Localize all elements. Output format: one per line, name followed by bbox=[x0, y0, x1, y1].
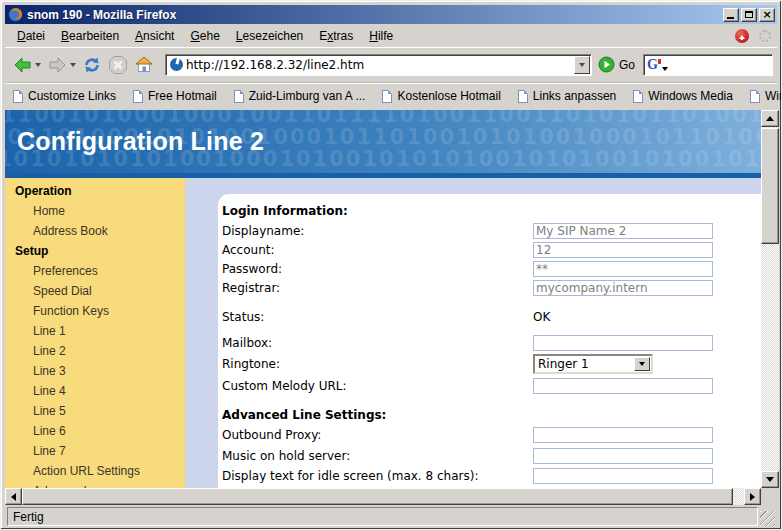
field-label: Music on hold server: bbox=[222, 449, 533, 463]
forward-button[interactable] bbox=[44, 53, 79, 77]
status-bar: Fertig bbox=[5, 505, 777, 528]
advanced-row-display-text-for-idle-screen-max-8-chars: Display text for idle screen (max. 8 cha… bbox=[222, 466, 761, 487]
sidebar-item-speed-dial[interactable]: Speed Dial bbox=[5, 281, 185, 301]
login-input-displayname[interactable] bbox=[533, 223, 713, 239]
ringtone-dropdown-button[interactable] bbox=[634, 357, 650, 371]
bookmark-free-hotmail[interactable]: Free Hotmail bbox=[133, 89, 217, 103]
back-button[interactable] bbox=[9, 53, 44, 77]
scroll-right-button[interactable] bbox=[744, 488, 761, 505]
ringtone-selected-value: Ringer 1 bbox=[535, 357, 634, 371]
advanced-row-music-on-hold-server: Music on hold server: bbox=[222, 446, 761, 467]
ringtone-label: Ringtone: bbox=[222, 357, 533, 371]
menu-lesezeichen[interactable]: Lesezeichen bbox=[228, 27, 311, 45]
minimize-icon bbox=[727, 17, 734, 19]
vertical-scrollbar[interactable] bbox=[761, 110, 779, 488]
page-icon bbox=[633, 90, 643, 103]
bookmark-label: Kostenlose Hotmail bbox=[397, 89, 500, 103]
mailbox-row: Mailbox: bbox=[222, 332, 761, 353]
field-label: Registrar: bbox=[222, 281, 533, 295]
field-label: Account: bbox=[222, 243, 533, 257]
menu-items: DateiBearbeitenAnsichtGeheLesezeichenExt… bbox=[9, 27, 401, 45]
sidebar-item-line-3[interactable]: Line 3 bbox=[5, 361, 185, 381]
sidebar-item-line-5[interactable]: Line 5 bbox=[5, 401, 185, 421]
page-viewport: 1100101000100010011011110100110011010101… bbox=[5, 110, 761, 488]
back-icon bbox=[12, 55, 33, 75]
menu-ansicht[interactable]: Ansicht bbox=[127, 27, 182, 45]
sidebar-item-line-1[interactable]: Line 1 bbox=[5, 321, 185, 341]
status-value: OK bbox=[533, 310, 550, 324]
main-background: Login Information: Displayname:Account:P… bbox=[185, 178, 761, 488]
mailbox-input[interactable] bbox=[533, 335, 713, 351]
status-row: Status: OK bbox=[222, 307, 761, 327]
advanced-input-display-text-for-idle-screen-max-8-chars[interactable] bbox=[533, 468, 713, 484]
url-dropdown-button[interactable] bbox=[574, 56, 590, 74]
back-dropdown-icon[interactable] bbox=[35, 63, 41, 67]
sidebar-item-home[interactable]: Home bbox=[5, 201, 185, 221]
sidebar-item-line-2[interactable]: Line 2 bbox=[5, 341, 185, 361]
page-banner: 1100101000100010011011110100110011010101… bbox=[5, 110, 761, 173]
resize-grip-icon[interactable] bbox=[760, 511, 775, 526]
home-icon bbox=[134, 55, 154, 74]
field-label: Outbound Proxy: bbox=[222, 428, 533, 442]
bookmark-windows[interactable]: Windows bbox=[750, 89, 782, 103]
bookmark-zuid-limburg-van-a[interactable]: Zuid-Limburg van A ... bbox=[234, 89, 366, 103]
google-g-icon: G bbox=[647, 57, 660, 73]
horizontal-scrollbar[interactable] bbox=[5, 488, 761, 505]
ringtone-select[interactable]: Ringer 1 bbox=[533, 354, 653, 374]
bookmark-customize-links[interactable]: Customize Links bbox=[13, 89, 116, 103]
update-notification-icon[interactable] bbox=[735, 29, 749, 43]
reload-button[interactable] bbox=[79, 53, 105, 77]
login-input-registrar[interactable] bbox=[533, 280, 713, 296]
triangle-up-icon bbox=[766, 116, 774, 121]
scroll-up-button[interactable] bbox=[761, 110, 779, 127]
sidebar-item-action-url-settings[interactable]: Action URL Settings bbox=[5, 461, 185, 481]
forward-dropdown-icon[interactable] bbox=[70, 63, 76, 67]
search-box[interactable]: G bbox=[643, 54, 773, 76]
menu-bearbeiten[interactable]: Bearbeiten bbox=[53, 27, 127, 45]
ringtone-row: Ringtone: Ringer 1 bbox=[222, 353, 761, 375]
login-input-password[interactable] bbox=[533, 261, 713, 277]
go-button[interactable]: Go bbox=[598, 56, 635, 73]
menu-datei[interactable]: Datei bbox=[9, 27, 53, 45]
scroll-left-button[interactable] bbox=[5, 488, 22, 505]
url-bar[interactable] bbox=[165, 54, 592, 76]
mailbox-label: Mailbox: bbox=[222, 336, 533, 350]
menu-hilfe[interactable]: Hilfe bbox=[361, 27, 401, 45]
scroll-down-button[interactable] bbox=[761, 471, 779, 488]
maximize-button[interactable] bbox=[741, 8, 757, 22]
sidebar-item-advanced[interactable]: Advanced bbox=[5, 481, 185, 488]
vertical-scroll-thumb[interactable] bbox=[761, 128, 779, 244]
sidebar-item-address-book[interactable]: Address Book bbox=[5, 221, 185, 241]
login-row-account: Account: bbox=[222, 240, 761, 259]
bookmark-kostenlose-hotmail[interactable]: Kostenlose Hotmail bbox=[382, 89, 500, 103]
close-button[interactable]: × bbox=[759, 8, 775, 22]
menu-gehe[interactable]: Gehe bbox=[182, 27, 227, 45]
firefox-icon bbox=[8, 7, 23, 22]
bookmark-label: Windows Media bbox=[648, 89, 733, 103]
search-input[interactable] bbox=[668, 57, 769, 73]
stop-button[interactable] bbox=[105, 53, 131, 77]
melody-input[interactable] bbox=[533, 378, 713, 394]
page-icon bbox=[133, 90, 143, 103]
field-label: Displayname: bbox=[222, 224, 533, 238]
login-input-account[interactable] bbox=[533, 242, 713, 258]
sidebar-item-function-keys[interactable]: Function Keys bbox=[5, 301, 185, 321]
bookmark-windows-media[interactable]: Windows Media bbox=[633, 89, 733, 103]
advanced-input-music-on-hold-server[interactable] bbox=[533, 448, 713, 464]
sidebar-item-line-4[interactable]: Line 4 bbox=[5, 381, 185, 401]
advanced-input-outbound-proxy[interactable] bbox=[533, 427, 713, 443]
menu-extras[interactable]: Extras bbox=[311, 27, 361, 45]
page-title: Configuration Line 2 bbox=[17, 127, 264, 156]
sidebar-item-preferences[interactable]: Preferences bbox=[5, 261, 185, 281]
title-bar[interactable]: snom 190 - Mozilla Firefox × bbox=[5, 5, 777, 24]
url-input[interactable] bbox=[184, 57, 574, 73]
statusbar-text: Fertig bbox=[7, 507, 758, 526]
sidebar-item-line-7[interactable]: Line 7 bbox=[5, 441, 185, 461]
sidebar-item-line-6[interactable]: Line 6 bbox=[5, 421, 185, 441]
home-button[interactable] bbox=[131, 53, 157, 76]
triangle-right-icon bbox=[750, 493, 755, 501]
minimize-button[interactable] bbox=[723, 8, 739, 22]
bookmark-links-anpassen[interactable]: Links anpassen bbox=[518, 89, 616, 103]
content-panel: Login Information: Displayname:Account:P… bbox=[218, 194, 761, 488]
horizontal-scroll-thumb[interactable] bbox=[22, 488, 733, 505]
